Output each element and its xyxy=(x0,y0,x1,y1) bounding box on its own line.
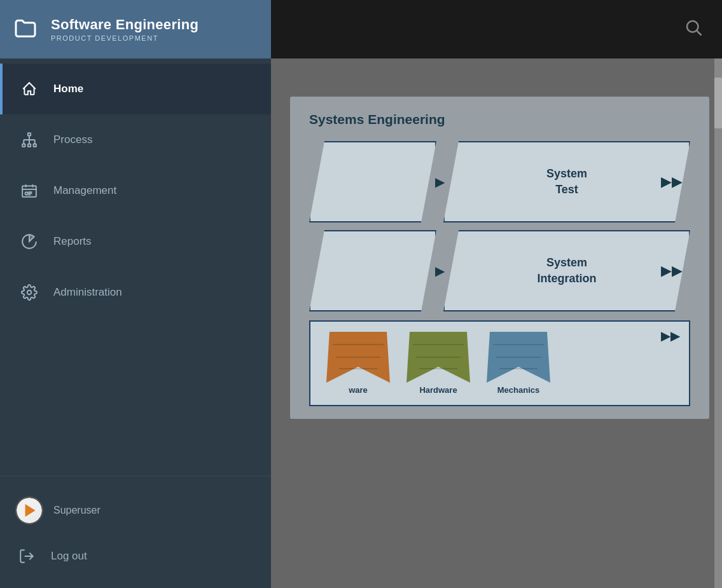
svg-rect-4 xyxy=(28,144,31,147)
sidebar-process-label: Process xyxy=(53,133,92,146)
software-v: ware xyxy=(323,332,393,395)
reports-icon xyxy=(18,230,41,253)
svg-point-19 xyxy=(27,291,32,295)
content-area: Systems Engineering ▶ SystemTest ▶▶ xyxy=(271,58,722,588)
management-icon xyxy=(18,179,41,202)
mechanics-v: Mechanics xyxy=(483,332,553,395)
app-subtitle: PRODUCT DEVELOPMENT xyxy=(51,34,198,42)
sidebar-item-home[interactable]: Home xyxy=(0,64,271,114)
top-bar: Software Engineering PRODUCT DEVELOPMENT xyxy=(0,0,722,58)
avatar xyxy=(15,496,43,524)
logout-item[interactable]: Log out xyxy=(0,535,271,578)
mechanics-label: Mechanics xyxy=(497,385,539,395)
administration-icon xyxy=(18,281,41,304)
sidebar-item-administration[interactable]: Administration xyxy=(0,267,271,318)
diagram-row-2: ▶ SystemIntegration ▶▶ xyxy=(309,230,690,311)
left-box-2 xyxy=(309,230,436,311)
nav-items: Home Process xyxy=(0,58,271,475)
app-title-block: Software Engineering PRODUCT DEVELOPMENT xyxy=(51,17,198,42)
svg-line-1 xyxy=(697,31,702,35)
sidebar: Home Process xyxy=(0,58,271,588)
diagram-row-1: ▶ SystemTest ▶▶ xyxy=(309,141,690,222)
scrollbar-track[interactable] xyxy=(714,58,722,588)
arrow-1: ▶ xyxy=(435,174,445,189)
user-item[interactable]: Superuser xyxy=(0,486,271,535)
svg-rect-3 xyxy=(22,144,25,147)
sidebar-home-label: Home xyxy=(53,83,83,95)
system-test-box: SystemTest ▶▶ xyxy=(443,141,690,222)
svg-point-0 xyxy=(687,21,698,32)
logout-label: Log out xyxy=(51,550,87,563)
svg-rect-2 xyxy=(28,133,31,135)
avatar-icon xyxy=(17,498,42,523)
power-icon xyxy=(15,545,38,568)
hardware-label: Hardware xyxy=(419,385,457,395)
sidebar-item-process[interactable]: Process xyxy=(0,114,271,165)
sidebar-management-label: Management xyxy=(53,184,116,197)
main-area: Home Process xyxy=(0,58,722,588)
sidebar-item-management[interactable]: Management xyxy=(0,165,271,216)
home-icon xyxy=(18,78,41,100)
hardware-v: Hardware xyxy=(403,332,473,395)
search-icon[interactable] xyxy=(684,18,703,41)
scrollbar-thumb[interactable] xyxy=(714,78,722,128)
header-left: Software Engineering PRODUCT DEVELOPMENT xyxy=(0,0,271,58)
process-icon xyxy=(18,128,41,151)
disciplines-row: ▶▶ ware xyxy=(309,320,690,406)
sidebar-administration-label: Administration xyxy=(53,286,122,299)
svg-rect-5 xyxy=(34,144,36,147)
app-title: Software Engineering xyxy=(51,17,198,33)
sidebar-reports-label: Reports xyxy=(53,235,92,248)
system-integration-box: SystemIntegration ▶▶ xyxy=(443,230,690,311)
sidebar-item-reports[interactable]: Reports xyxy=(0,216,271,267)
arrow-2: ▶ xyxy=(435,263,445,278)
folder-icon xyxy=(13,15,41,43)
left-box-1 xyxy=(309,141,436,222)
header-right xyxy=(271,18,722,41)
user-name: Superuser xyxy=(53,505,101,516)
diagram-title: Systems Engineering xyxy=(309,112,690,127)
sidebar-bottom: Superuser Log out xyxy=(0,475,271,588)
software-label: ware xyxy=(349,385,368,395)
systems-engineering-diagram: Systems Engineering ▶ SystemTest ▶▶ xyxy=(290,97,709,419)
svg-point-15 xyxy=(25,192,28,195)
